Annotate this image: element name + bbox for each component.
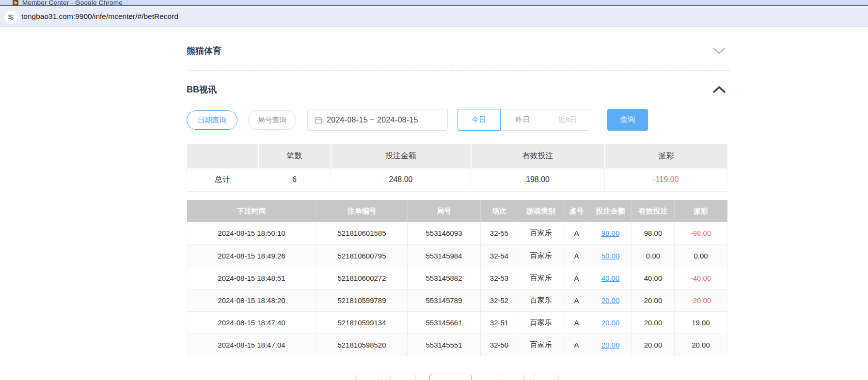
pagination-button[interactable] <box>390 374 416 380</box>
summary-header-cell: 笔数 <box>258 144 331 168</box>
url-text[interactable]: tongbao31.com:9900/infe/mcenter/#/betRec… <box>21 12 178 21</box>
bet-cell-slip: 521810599134 <box>316 311 408 334</box>
summary-table: 笔数投注金额有效投注派彩 总计6248.00198.00-119.00 <box>187 144 727 192</box>
bet-cell-valid: 20.00 <box>632 311 675 334</box>
bet-cell-payout: 0.00 <box>675 244 727 267</box>
window-title: Member Center - Google Chrome <box>22 0 123 6</box>
url-bar[interactable]: tongbao31.com:9900/infe/mcenter/#/betRec… <box>0 7 868 27</box>
bet-cell-session: 32-52 <box>481 289 518 311</box>
section-title-panda-sports[interactable]: 熊猫体育 <box>187 45 221 57</box>
bet-cell-game: 百家乐 <box>518 334 564 356</box>
filter-toolbar: 日期查询 局号查询 2024-08-15 ~ 2024-08-15 今日 昨日 … <box>187 109 729 131</box>
bet-cell-time: 2024-08-15 18:48:20 <box>187 289 316 311</box>
bet-cell-table: A <box>564 267 589 289</box>
bet-row: 2024-08-15 18:49:26521810600795553145984… <box>187 244 727 267</box>
bet-cell-time: 2024-08-15 18:47:40 <box>187 311 316 334</box>
range-last8days-button[interactable]: 近8日 <box>545 109 590 131</box>
bet-record-page: 熊猫体育 BB视讯 日期查询 局号查询 2024-08-15 ~ 2024-08… <box>187 28 729 380</box>
site-settings-button[interactable] <box>4 11 17 24</box>
bet-cell-game: 百家乐 <box>518 267 564 289</box>
query-button[interactable]: 查询 <box>607 109 648 131</box>
bet-row: 2024-08-15 18:47:04521810598520553145551… <box>187 334 727 356</box>
bet-cell-time: 2024-08-15 18:47:04 <box>187 334 316 356</box>
calendar-icon <box>315 116 322 124</box>
bet-cell-session: 32-53 <box>481 267 518 289</box>
section-divider <box>187 36 729 36</box>
bet-amount-link[interactable]: 20.00 <box>601 341 620 349</box>
bet-amount-link[interactable]: 40.00 <box>601 274 620 282</box>
bet-amount-link[interactable]: 20.00 <box>601 296 620 304</box>
bet-cell-round: 553146093 <box>408 222 481 244</box>
bet-cell-payout: -98.00 <box>675 222 727 244</box>
bet-cell-time: 2024-08-15 18:50:10 <box>187 222 316 244</box>
pagination-page-size-select[interactable] <box>429 374 472 380</box>
bets-header-cell: 注单编号 <box>316 200 408 222</box>
bets-header-row: 下注时间注单编号局号场次游戏类别桌号投注金额有效投注派彩 <box>187 200 727 222</box>
bets-header-cell: 局号 <box>408 200 481 222</box>
bet-cell-table: A <box>564 334 589 356</box>
bet-cell-slip: 521810600272 <box>316 267 408 289</box>
bet-cell-round: 553145984 <box>408 244 481 267</box>
bet-cell-slip: 521810599789 <box>316 289 408 311</box>
bet-cell-session: 32-51 <box>481 311 518 334</box>
summary-header-cell <box>187 144 258 168</box>
bet-cell-time: 2024-08-15 18:48:51 <box>187 267 316 289</box>
summary-value-cell: -119.00 <box>605 168 727 191</box>
bets-header-cell: 场次 <box>481 200 518 222</box>
bet-cell-amount: 20.00 <box>589 289 632 311</box>
range-today-button[interactable]: 今日 <box>457 109 501 131</box>
bets-header-cell: 桌号 <box>564 200 589 222</box>
date-range-input[interactable]: 2024-08-15 ~ 2024-08-15 <box>307 109 448 131</box>
bets-header-cell: 有效投注 <box>632 200 675 222</box>
bet-cell-game: 百家乐 <box>518 311 564 334</box>
date-query-tab[interactable]: 日期查询 <box>187 110 237 130</box>
section-divider <box>187 70 729 71</box>
bet-cell-payout: 19.00 <box>675 311 727 334</box>
pagination-button[interactable] <box>356 374 382 380</box>
bet-row: 2024-08-15 18:50:10521810601585553146093… <box>187 222 727 244</box>
bet-records-table: 下注时间注单编号局号场次游戏类别桌号投注金额有效投注派彩 2024-08-15 … <box>187 200 727 356</box>
chevron-up-icon[interactable] <box>712 86 726 93</box>
bet-cell-round: 553145661 <box>408 311 481 334</box>
bet-amount-link[interactable]: 20.00 <box>601 319 620 327</box>
bet-cell-amount: 20.00 <box>589 311 632 334</box>
bet-cell-game: 百家乐 <box>518 244 564 267</box>
bet-cell-session: 32-55 <box>481 222 518 244</box>
summary-header-cell: 投注金额 <box>331 144 471 168</box>
bet-row: 2024-08-15 18:48:51521810600272553145882… <box>187 267 727 289</box>
bet-row: 2024-08-15 18:47:40521810599134553145661… <box>187 311 727 334</box>
bet-row: 2024-08-15 18:48:20521810599789553145789… <box>187 289 727 311</box>
bet-cell-amount: 40.00 <box>589 267 632 289</box>
bets-header-cell: 派彩 <box>675 200 727 222</box>
bet-cell-valid: 40.00 <box>632 267 675 289</box>
summary-value-cell: 248.00 <box>331 168 471 191</box>
bet-cell-amount: 20.00 <box>589 334 632 356</box>
tune-icon <box>7 14 15 21</box>
bet-cell-slip: 521810601585 <box>316 222 408 244</box>
bet-cell-table: A <box>564 244 589 267</box>
bet-cell-time: 2024-08-15 18:49:26 <box>187 244 316 267</box>
bet-cell-slip: 521810598520 <box>316 334 408 356</box>
pagination-button[interactable] <box>533 374 559 380</box>
bet-cell-game: 百家乐 <box>518 222 564 244</box>
chevron-down-icon[interactable] <box>712 47 726 55</box>
bet-cell-round: 553145882 <box>408 267 481 289</box>
bet-amount-link[interactable]: 50.00 <box>601 252 620 260</box>
bet-cell-table: A <box>564 311 589 334</box>
summary-header-row: 笔数投注金额有效投注派彩 <box>187 144 727 168</box>
range-yesterday-button[interactable]: 昨日 <box>501 109 545 131</box>
site-favicon <box>13 0 18 5</box>
bet-cell-valid: 98.00 <box>632 222 675 244</box>
bet-cell-valid: 0.00 <box>632 244 675 267</box>
bet-cell-valid: 20.00 <box>632 289 675 311</box>
pagination-button[interactable] <box>500 374 525 380</box>
summary-header-cell: 派彩 <box>605 144 727 168</box>
bet-cell-session: 32-50 <box>481 334 518 356</box>
bet-cell-amount: 50.00 <box>589 244 632 267</box>
bet-cell-table: A <box>564 222 589 244</box>
section-title-bb-video[interactable]: BB视讯 <box>187 84 217 95</box>
bet-amount-link[interactable]: 98.00 <box>601 229 620 237</box>
window-titlebar: Member Center - Google Chrome <box>0 0 868 6</box>
round-query-tab[interactable]: 局号查询 <box>248 110 296 130</box>
bets-header-cell: 游戏类别 <box>518 200 564 222</box>
